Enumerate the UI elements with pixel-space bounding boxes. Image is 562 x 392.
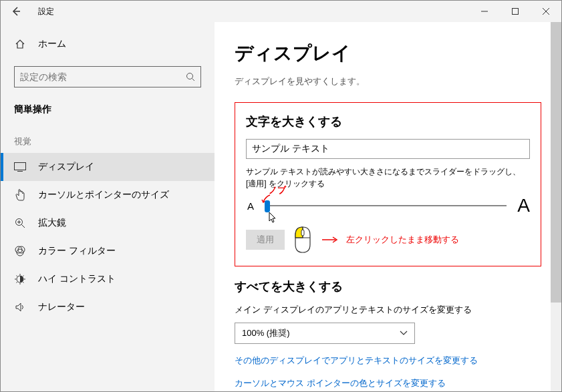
minimize-button[interactable]: [469, 1, 500, 22]
svg-line-21: [17, 276, 18, 277]
sidebar: ホーム 簡単操作 視覚 ディスプレイ カーソルとポインターのサイズ 拡大鏡 カラ…: [1, 22, 215, 391]
nav-category-header: 簡単操作: [1, 100, 215, 124]
svg-rect-2: [513, 9, 519, 15]
svg-line-22: [23, 282, 24, 283]
chevron-down-icon: [400, 331, 408, 336]
mouse-illustration-icon: [293, 226, 313, 254]
slider-min-label: A: [247, 200, 254, 212]
sidebar-item-display[interactable]: ディスプレイ: [1, 153, 215, 181]
svg-line-6: [192, 79, 195, 81]
apply-button[interactable]: 適用: [246, 230, 285, 250]
page-subtitle: ディスプレイを見やすくします。: [235, 75, 541, 87]
annotation-right-arrow-icon: [321, 236, 338, 244]
sidebar-item-label: ハイ コントラスト: [38, 273, 116, 285]
color-filter-icon: [14, 245, 26, 257]
section-heading-text-bigger: 文字を大きくする: [246, 114, 530, 130]
sidebar-item-label: ディスプレイ: [38, 161, 94, 173]
vertical-scrollbar[interactable]: [551, 22, 561, 391]
content-area: ディスプレイ ディスプレイを見やすくします。 文字を大きくする サンプル テキス…: [215, 22, 561, 391]
slider-max-label: A: [517, 195, 530, 216]
sidebar-item-label: カラー フィルター: [38, 245, 116, 257]
slider-hint-text: サンプル テキストが読みやすい大きさになるまでスライダーをドラッグし、[適用] …: [246, 166, 530, 190]
maximize-icon: [512, 8, 519, 15]
svg-rect-27: [301, 230, 304, 236]
titlebar: 設定: [1, 1, 561, 22]
text-size-slider-row: ノブ A A: [247, 195, 530, 216]
annotation-drag-text: 左クリックしたまま移動する: [346, 234, 459, 246]
home-nav[interactable]: ホーム: [1, 31, 215, 57]
sidebar-item-cursor-pointer[interactable]: カーソルとポインターのサイズ: [1, 181, 215, 209]
sidebar-item-label: 拡大鏡: [38, 217, 66, 229]
back-arrow-icon: [11, 7, 21, 16]
search-input[interactable]: [20, 71, 186, 82]
display-icon: [14, 161, 26, 173]
text-size-slider[interactable]: [265, 205, 507, 206]
close-button[interactable]: [531, 1, 561, 22]
scale-select[interactable]: 100% (推奨): [235, 323, 415, 344]
scale-label: メイン ディスプレイのアプリとテキストのサイズを変更する: [235, 304, 541, 316]
high-contrast-icon: [14, 273, 26, 285]
narrator-icon: [14, 301, 26, 313]
sample-text-input[interactable]: [246, 139, 530, 159]
svg-point-5: [187, 73, 193, 79]
search-icon: [186, 72, 195, 81]
sidebar-item-magnifier[interactable]: 拡大鏡: [1, 209, 215, 237]
window-title: 設定: [38, 6, 54, 17]
sidebar-item-label: ナレーター: [38, 301, 85, 313]
sidebar-item-high-contrast[interactable]: ハイ コントラスト: [1, 265, 215, 293]
search-box[interactable]: [14, 66, 201, 87]
link-other-displays[interactable]: その他のディスプレイでアプリとテキストのサイズを変更する: [235, 355, 541, 367]
sidebar-item-color-filter[interactable]: カラー フィルター: [1, 237, 215, 265]
minimize-icon: [481, 8, 488, 15]
svg-rect-7: [15, 163, 26, 170]
sidebar-item-narrator[interactable]: ナレーター: [1, 293, 215, 321]
svg-line-24: [23, 276, 24, 277]
group-label-vision: 視覚: [1, 124, 215, 153]
magnifier-icon: [14, 217, 26, 229]
home-label: ホーム: [38, 38, 66, 50]
home-icon: [14, 38, 26, 50]
scrollbar-thumb[interactable]: [551, 22, 561, 303]
link-cursor-pointer-settings[interactable]: カーソルとマウス ポインターの色とサイズを変更する: [235, 377, 541, 389]
close-icon: [543, 8, 549, 15]
annotation-highlight-box: 文字を大きくする サンプル テキストが読みやすい大きさになるまでスライダーをドラ…: [235, 102, 541, 266]
cursor-pointer-icon: [14, 189, 26, 201]
maximize-button[interactable]: [500, 1, 531, 22]
svg-point-15: [17, 249, 23, 256]
cursor-pointer-overlay-icon: [269, 212, 278, 224]
sidebar-item-label: カーソルとポインターのサイズ: [38, 189, 169, 201]
svg-line-10: [22, 225, 25, 228]
scale-select-value: 100% (推奨): [242, 327, 290, 339]
slider-thumb[interactable]: [265, 200, 270, 212]
page-title: ディスプレイ: [235, 41, 541, 66]
svg-line-23: [17, 282, 18, 283]
back-button[interactable]: [1, 1, 31, 22]
section-heading-everything-bigger: すべてを大きくする: [235, 278, 541, 295]
apply-row: 適用 左クリックしたまま移動する: [246, 226, 530, 254]
